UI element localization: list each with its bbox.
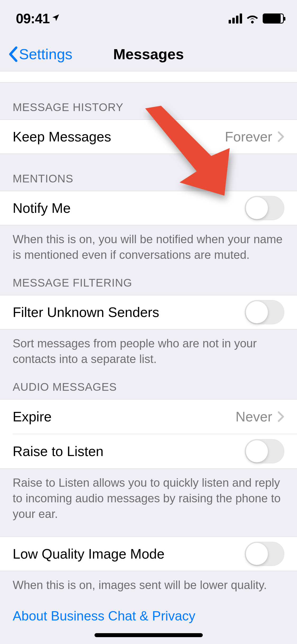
wifi-icon [246,13,259,24]
status-icons [229,13,284,24]
page-title: Messages [113,45,184,63]
chevron-right-icon [277,411,284,422]
home-indicator[interactable] [95,633,203,637]
expire-value: Never [235,409,272,425]
section-header-mentions: MENTIONS [0,154,297,191]
low-quality-image-row: Low Quality Image Mode [0,537,297,571]
back-button[interactable]: Settings [8,45,72,63]
section-header-audio: AUDIO MESSAGES [0,367,297,399]
settings-scroll[interactable]: MESSAGE HISTORY Keep Messages Forever ME… [0,71,297,644]
status-bar: 09:41 [0,0,297,37]
low-quality-image-label: Low Quality Image Mode [13,546,245,562]
notify-me-switch[interactable] [245,196,284,220]
audio-group: Expire Never Raise to Listen [0,399,297,469]
filter-unknown-label: Filter Unknown Senders [13,304,245,320]
section-header-history: MESSAGE HISTORY [0,82,297,119]
about-business-chat-row: About Business Chat & Privacy [0,593,297,624]
keep-messages-row[interactable]: Keep Messages Forever [0,119,297,154]
section-header-filtering: MESSAGE FILTERING [0,263,297,295]
status-time-text: 09:41 [16,11,50,26]
notify-me-row: Notify Me [0,191,297,225]
status-time: 09:41 [16,11,60,26]
raise-to-listen-row: Raise to Listen [0,434,297,468]
expire-label: Expire [13,409,235,425]
filter-unknown-row: Filter Unknown Senders [0,295,297,329]
row-partial-top [0,71,297,82]
low-quality-footer: When this is on, images sent will be low… [0,571,297,593]
keep-messages-label: Keep Messages [13,129,225,145]
cell-signal-icon [229,13,242,24]
filtering-footer: Sort messages from people who are not in… [0,329,297,367]
raise-to-listen-label: Raise to Listen [13,443,245,459]
audio-footer: Raise to Listen allows you to quickly li… [0,469,297,522]
raise-to-listen-switch[interactable] [245,439,284,463]
notify-me-label: Notify Me [13,200,245,216]
expire-row[interactable]: Expire Never [0,399,297,434]
low-quality-image-switch[interactable] [245,542,284,566]
about-business-chat-link[interactable]: About Business Chat & Privacy [13,609,195,623]
back-button-label: Settings [19,45,72,63]
mentions-footer: When this is on, you will be notified wh… [0,225,297,263]
location-icon [51,13,60,25]
keep-messages-value: Forever [225,129,272,145]
navigation-bar: Settings Messages [0,37,297,71]
chevron-right-icon [277,131,284,142]
battery-icon [263,13,284,24]
chevron-left-icon [8,46,18,62]
filter-unknown-switch[interactable] [245,300,284,324]
